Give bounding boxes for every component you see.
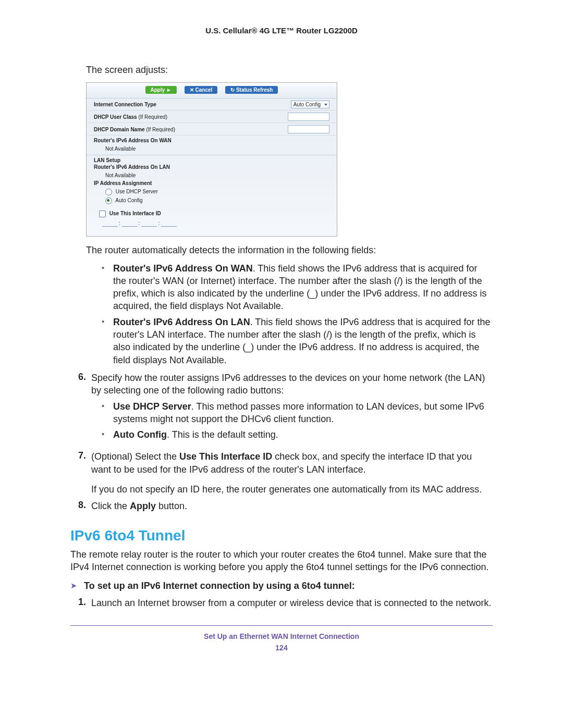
step8-text: Click the Apply button. <box>91 500 493 512</box>
triangle-icon: ➤ <box>70 581 77 590</box>
status-refresh-button[interactable]: ↻ Status Refresh <box>225 86 278 94</box>
wan-addr-label: Router's IPv6 Address On WAN <box>94 138 172 143</box>
footer-title: Set Up an Ethernet WAN Internet Connecti… <box>70 632 493 640</box>
use-interface-id-checkbox[interactable] <box>99 211 106 217</box>
radio-use-dhcp[interactable] <box>105 189 112 195</box>
dhcp-user-class-label: DHCP User Class (If Required) <box>94 114 167 120</box>
footer-page-number: 124 <box>70 644 493 652</box>
bullet-wan-bold: Router's IPv6 Address On WAN <box>113 263 253 274</box>
step7-text: (Optional) Select the Use This Interface… <box>91 450 493 496</box>
intro-text: The screen adjusts: <box>86 64 493 76</box>
step7-pre: (Optional) Select the <box>91 451 179 462</box>
step8-post: button. <box>156 501 187 511</box>
conn-type-label: Internet Connection Type <box>94 102 156 107</box>
procedure-lead-text: To set up an IPv6 Internet connection by… <box>84 581 355 591</box>
doc-header: U.S. Cellular® 4G LTE™ Router LG2200D <box>70 26 493 35</box>
interface-id-fields: : : : <box>87 218 337 231</box>
step6-auto-text: . This is the default setting. <box>167 429 278 440</box>
conn-type-select[interactable]: Auto Config <box>291 101 329 108</box>
hint-text: (If Required) <box>138 114 167 120</box>
lan-setup-header: LAN Setup <box>87 155 337 164</box>
bullet-wan: Router's IPv6 Address On WAN. This field… <box>113 262 493 313</box>
dhcp-user-class-input[interactable] <box>288 113 329 121</box>
after-image-text: The router automatically detects the inf… <box>86 244 493 256</box>
wan-addr-value: Not Available <box>87 145 337 153</box>
step8-pre: Click the <box>91 501 130 511</box>
dhcp-domain-name-text: DHCP Domain Name <box>94 127 145 132</box>
radio-use-dhcp-label: Use DHCP Server <box>116 189 158 194</box>
radio-use-dhcp-row: Use DHCP Server <box>87 188 337 196</box>
interface-id-cell[interactable] <box>102 221 118 227</box>
step-number: 1. <box>70 597 91 609</box>
footer-rule <box>70 625 493 626</box>
apply-button[interactable]: Apply ► <box>145 86 177 94</box>
radio-auto-config-label: Auto Config <box>115 198 142 203</box>
lan-addr-value: Not Available <box>87 171 337 179</box>
panel-toolbar: Apply ► ✕ Cancel ↻ Status Refresh <box>87 83 337 98</box>
lan-addr-label: Router's IPv6 Address On LAN <box>94 164 170 170</box>
step6-dhcp: Use DHCP Server. This method passes more… <box>113 400 493 426</box>
bullet-lan-bold: Router's IPv6 Address On LAN <box>113 317 250 327</box>
bullet-lan: Router's IPv6 Address On LAN. This field… <box>113 316 493 366</box>
bullet-icon: • <box>102 428 113 441</box>
procedure-steps: 1. Launch an Internet browser from a com… <box>70 597 493 609</box>
interface-id-cell[interactable] <box>122 221 138 227</box>
step-number: 8. <box>70 500 91 512</box>
bullet-icon: • <box>102 316 113 366</box>
ip-assign-label: IP Address Assignment <box>94 180 152 186</box>
interface-id-cell[interactable] <box>161 221 177 227</box>
hint-text: (If Required) <box>146 127 175 132</box>
cancel-button[interactable]: ✕ Cancel <box>185 86 218 94</box>
auto-detect-bullets: • Router's IPv6 Address On WAN. This fie… <box>102 262 493 366</box>
step7-bold: Use This Interface ID <box>179 451 272 462</box>
interface-id-row: Use This Interface ID <box>87 209 337 218</box>
step-number: 7. <box>70 450 91 496</box>
radio-auto-config[interactable] <box>105 198 112 204</box>
step6-auto-bold: Auto Config <box>113 429 167 440</box>
step6-body: Specify how the router assigns IPv6 addr… <box>91 373 485 396</box>
use-interface-id-label: Use This Interface ID <box>109 211 161 216</box>
radio-auto-config-row: Auto Config <box>87 196 337 205</box>
interface-id-cell[interactable] <box>141 221 157 227</box>
proc-step1-text: Launch an Internet browser from a comput… <box>91 597 493 609</box>
dhcp-domain-name-label: DHCP Domain Name (If Required) <box>94 127 175 132</box>
bullet-icon: • <box>102 400 113 426</box>
dhcp-user-class-text: DHCP User Class <box>94 114 137 120</box>
procedure-lead: ➤ To set up an IPv6 Internet connection … <box>70 581 493 591</box>
step8-bold: Apply <box>130 501 156 511</box>
bullet-icon: • <box>102 262 113 313</box>
step6-dhcp-bold: Use DHCP Server <box>113 401 191 412</box>
step6-text: Specify how the router assigns IPv6 addr… <box>91 372 493 446</box>
router-config-panel: Apply ► ✕ Cancel ↻ Status Refresh Intern… <box>86 82 337 237</box>
step7-para: If you do not specify an ID here, the ro… <box>91 484 482 495</box>
numbered-steps: 6. Specify how the router assigns IPv6 a… <box>70 372 493 513</box>
section-heading: IPv6 6to4 Tunnel <box>70 527 493 544</box>
step6-auto: Auto Config. This is the default setting… <box>113 428 493 441</box>
dhcp-domain-name-input[interactable] <box>288 125 329 133</box>
section-body: The remote relay router is the router to… <box>70 548 493 574</box>
step-number: 6. <box>70 372 91 446</box>
